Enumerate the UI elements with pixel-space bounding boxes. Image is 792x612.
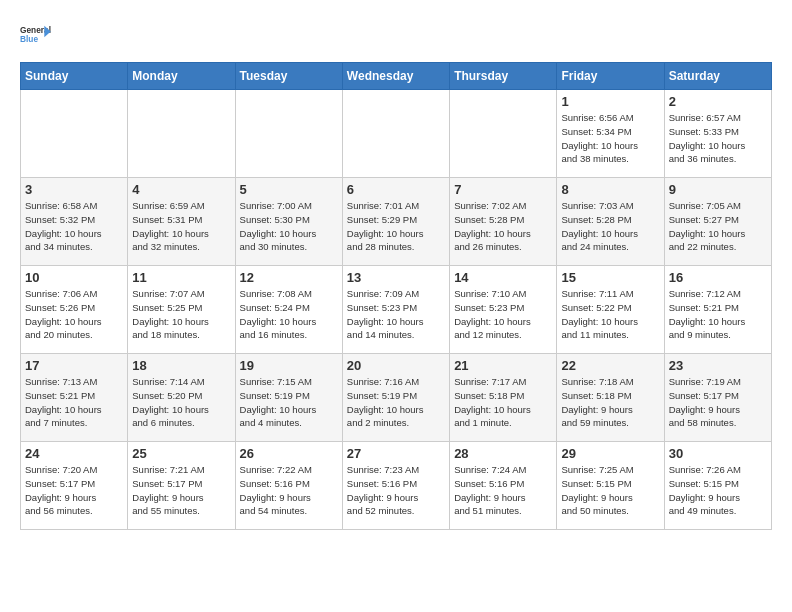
day-number: 18 bbox=[132, 358, 230, 373]
day-number: 3 bbox=[25, 182, 123, 197]
calendar-week-row: 17Sunrise: 7:13 AM Sunset: 5:21 PM Dayli… bbox=[21, 354, 772, 442]
day-info: Sunrise: 7:07 AM Sunset: 5:25 PM Dayligh… bbox=[132, 287, 230, 342]
day-info: Sunrise: 7:13 AM Sunset: 5:21 PM Dayligh… bbox=[25, 375, 123, 430]
calendar-cell: 24Sunrise: 7:20 AM Sunset: 5:17 PM Dayli… bbox=[21, 442, 128, 530]
day-info: Sunrise: 6:58 AM Sunset: 5:32 PM Dayligh… bbox=[25, 199, 123, 254]
calendar-header-row: SundayMondayTuesdayWednesdayThursdayFrid… bbox=[21, 63, 772, 90]
day-number: 28 bbox=[454, 446, 552, 461]
day-info: Sunrise: 7:05 AM Sunset: 5:27 PM Dayligh… bbox=[669, 199, 767, 254]
day-number: 7 bbox=[454, 182, 552, 197]
day-info: Sunrise: 7:19 AM Sunset: 5:17 PM Dayligh… bbox=[669, 375, 767, 430]
calendar-cell: 13Sunrise: 7:09 AM Sunset: 5:23 PM Dayli… bbox=[342, 266, 449, 354]
calendar-cell: 17Sunrise: 7:13 AM Sunset: 5:21 PM Dayli… bbox=[21, 354, 128, 442]
day-number: 9 bbox=[669, 182, 767, 197]
weekday-header: Tuesday bbox=[235, 63, 342, 90]
logo-icon: GeneralBlue bbox=[20, 20, 52, 52]
day-number: 6 bbox=[347, 182, 445, 197]
day-info: Sunrise: 7:01 AM Sunset: 5:29 PM Dayligh… bbox=[347, 199, 445, 254]
calendar-cell bbox=[342, 90, 449, 178]
day-info: Sunrise: 7:22 AM Sunset: 5:16 PM Dayligh… bbox=[240, 463, 338, 518]
day-number: 19 bbox=[240, 358, 338, 373]
calendar-cell: 27Sunrise: 7:23 AM Sunset: 5:16 PM Dayli… bbox=[342, 442, 449, 530]
day-number: 29 bbox=[561, 446, 659, 461]
weekday-header: Wednesday bbox=[342, 63, 449, 90]
day-number: 14 bbox=[454, 270, 552, 285]
day-info: Sunrise: 7:09 AM Sunset: 5:23 PM Dayligh… bbox=[347, 287, 445, 342]
calendar-cell: 10Sunrise: 7:06 AM Sunset: 5:26 PM Dayli… bbox=[21, 266, 128, 354]
day-info: Sunrise: 7:24 AM Sunset: 5:16 PM Dayligh… bbox=[454, 463, 552, 518]
calendar-week-row: 10Sunrise: 7:06 AM Sunset: 5:26 PM Dayli… bbox=[21, 266, 772, 354]
calendar-cell: 2Sunrise: 6:57 AM Sunset: 5:33 PM Daylig… bbox=[664, 90, 771, 178]
calendar-cell bbox=[235, 90, 342, 178]
day-number: 22 bbox=[561, 358, 659, 373]
calendar-cell: 4Sunrise: 6:59 AM Sunset: 5:31 PM Daylig… bbox=[128, 178, 235, 266]
day-number: 5 bbox=[240, 182, 338, 197]
calendar-cell: 23Sunrise: 7:19 AM Sunset: 5:17 PM Dayli… bbox=[664, 354, 771, 442]
calendar-cell: 20Sunrise: 7:16 AM Sunset: 5:19 PM Dayli… bbox=[342, 354, 449, 442]
svg-text:Blue: Blue bbox=[20, 34, 38, 44]
day-number: 20 bbox=[347, 358, 445, 373]
calendar-cell bbox=[128, 90, 235, 178]
day-number: 10 bbox=[25, 270, 123, 285]
calendar-cell: 19Sunrise: 7:15 AM Sunset: 5:19 PM Dayli… bbox=[235, 354, 342, 442]
day-info: Sunrise: 7:14 AM Sunset: 5:20 PM Dayligh… bbox=[132, 375, 230, 430]
calendar-cell: 25Sunrise: 7:21 AM Sunset: 5:17 PM Dayli… bbox=[128, 442, 235, 530]
calendar-week-row: 24Sunrise: 7:20 AM Sunset: 5:17 PM Dayli… bbox=[21, 442, 772, 530]
weekday-header: Monday bbox=[128, 63, 235, 90]
calendar-cell: 9Sunrise: 7:05 AM Sunset: 5:27 PM Daylig… bbox=[664, 178, 771, 266]
day-number: 17 bbox=[25, 358, 123, 373]
calendar-week-row: 3Sunrise: 6:58 AM Sunset: 5:32 PM Daylig… bbox=[21, 178, 772, 266]
day-info: Sunrise: 7:06 AM Sunset: 5:26 PM Dayligh… bbox=[25, 287, 123, 342]
day-info: Sunrise: 7:18 AM Sunset: 5:18 PM Dayligh… bbox=[561, 375, 659, 430]
day-number: 16 bbox=[669, 270, 767, 285]
day-number: 13 bbox=[347, 270, 445, 285]
calendar-cell: 29Sunrise: 7:25 AM Sunset: 5:15 PM Dayli… bbox=[557, 442, 664, 530]
day-info: Sunrise: 6:56 AM Sunset: 5:34 PM Dayligh… bbox=[561, 111, 659, 166]
weekday-header: Sunday bbox=[21, 63, 128, 90]
day-info: Sunrise: 7:02 AM Sunset: 5:28 PM Dayligh… bbox=[454, 199, 552, 254]
day-info: Sunrise: 7:20 AM Sunset: 5:17 PM Dayligh… bbox=[25, 463, 123, 518]
day-number: 4 bbox=[132, 182, 230, 197]
calendar-cell: 6Sunrise: 7:01 AM Sunset: 5:29 PM Daylig… bbox=[342, 178, 449, 266]
day-number: 25 bbox=[132, 446, 230, 461]
calendar-week-row: 1Sunrise: 6:56 AM Sunset: 5:34 PM Daylig… bbox=[21, 90, 772, 178]
day-info: Sunrise: 7:23 AM Sunset: 5:16 PM Dayligh… bbox=[347, 463, 445, 518]
day-info: Sunrise: 7:11 AM Sunset: 5:22 PM Dayligh… bbox=[561, 287, 659, 342]
day-info: Sunrise: 7:17 AM Sunset: 5:18 PM Dayligh… bbox=[454, 375, 552, 430]
calendar-cell: 28Sunrise: 7:24 AM Sunset: 5:16 PM Dayli… bbox=[450, 442, 557, 530]
day-number: 11 bbox=[132, 270, 230, 285]
calendar-cell: 11Sunrise: 7:07 AM Sunset: 5:25 PM Dayli… bbox=[128, 266, 235, 354]
day-info: Sunrise: 7:03 AM Sunset: 5:28 PM Dayligh… bbox=[561, 199, 659, 254]
calendar-cell: 16Sunrise: 7:12 AM Sunset: 5:21 PM Dayli… bbox=[664, 266, 771, 354]
calendar-cell bbox=[21, 90, 128, 178]
day-info: Sunrise: 7:10 AM Sunset: 5:23 PM Dayligh… bbox=[454, 287, 552, 342]
day-number: 12 bbox=[240, 270, 338, 285]
day-number: 21 bbox=[454, 358, 552, 373]
weekday-header: Saturday bbox=[664, 63, 771, 90]
day-number: 15 bbox=[561, 270, 659, 285]
calendar-cell bbox=[450, 90, 557, 178]
weekday-header: Friday bbox=[557, 63, 664, 90]
logo: GeneralBlue bbox=[20, 20, 56, 52]
day-info: Sunrise: 7:25 AM Sunset: 5:15 PM Dayligh… bbox=[561, 463, 659, 518]
page-header: GeneralBlue bbox=[20, 20, 772, 52]
calendar-cell: 12Sunrise: 7:08 AM Sunset: 5:24 PM Dayli… bbox=[235, 266, 342, 354]
day-number: 1 bbox=[561, 94, 659, 109]
calendar-cell: 14Sunrise: 7:10 AM Sunset: 5:23 PM Dayli… bbox=[450, 266, 557, 354]
calendar-cell: 15Sunrise: 7:11 AM Sunset: 5:22 PM Dayli… bbox=[557, 266, 664, 354]
day-number: 24 bbox=[25, 446, 123, 461]
calendar-cell: 1Sunrise: 6:56 AM Sunset: 5:34 PM Daylig… bbox=[557, 90, 664, 178]
calendar-cell: 18Sunrise: 7:14 AM Sunset: 5:20 PM Dayli… bbox=[128, 354, 235, 442]
day-number: 8 bbox=[561, 182, 659, 197]
calendar-cell: 22Sunrise: 7:18 AM Sunset: 5:18 PM Dayli… bbox=[557, 354, 664, 442]
day-info: Sunrise: 7:00 AM Sunset: 5:30 PM Dayligh… bbox=[240, 199, 338, 254]
day-info: Sunrise: 7:26 AM Sunset: 5:15 PM Dayligh… bbox=[669, 463, 767, 518]
day-info: Sunrise: 6:57 AM Sunset: 5:33 PM Dayligh… bbox=[669, 111, 767, 166]
calendar-table: SundayMondayTuesdayWednesdayThursdayFrid… bbox=[20, 62, 772, 530]
day-info: Sunrise: 7:21 AM Sunset: 5:17 PM Dayligh… bbox=[132, 463, 230, 518]
day-number: 26 bbox=[240, 446, 338, 461]
day-info: Sunrise: 6:59 AM Sunset: 5:31 PM Dayligh… bbox=[132, 199, 230, 254]
day-info: Sunrise: 7:16 AM Sunset: 5:19 PM Dayligh… bbox=[347, 375, 445, 430]
calendar-cell: 5Sunrise: 7:00 AM Sunset: 5:30 PM Daylig… bbox=[235, 178, 342, 266]
day-info: Sunrise: 7:12 AM Sunset: 5:21 PM Dayligh… bbox=[669, 287, 767, 342]
